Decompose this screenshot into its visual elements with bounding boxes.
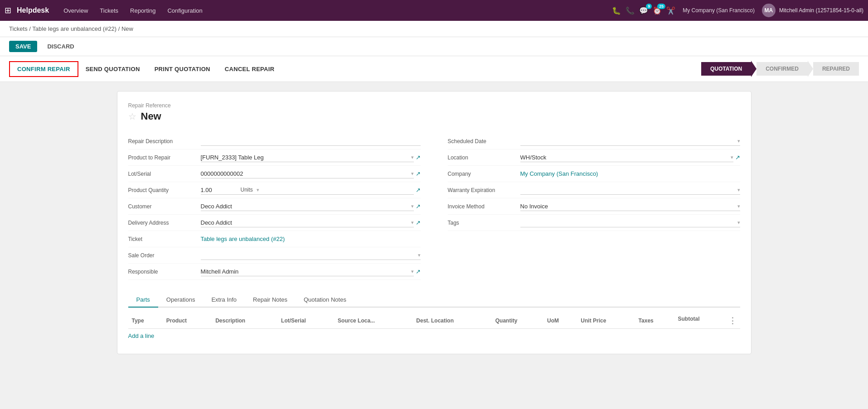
scheduled-date-input[interactable]	[520, 137, 736, 145]
delivery-address-input[interactable]	[201, 218, 409, 227]
form-row-tags: Tags ▾	[448, 215, 740, 231]
confirm-repair-button[interactable]: CONFIRM REPAIR	[9, 61, 78, 77]
label-delivery-address: Delivery Address	[128, 220, 201, 226]
form-left-column: Repair Description Product to Repair ▾ ↗	[128, 133, 421, 280]
input-tags[interactable]: ▾	[520, 218, 740, 227]
form-row-invoice-method: Invoice Method ▾	[448, 198, 740, 215]
product-to-repair-dropdown-icon: ▾	[411, 154, 414, 160]
tab-quotation-notes[interactable]: Quotation Notes	[296, 293, 354, 308]
nav-configuration[interactable]: Configuration	[163, 5, 207, 16]
input-product-quantity[interactable]: Units ▾	[201, 186, 414, 195]
print-quotation-button[interactable]: PRINT QUOTATION	[147, 62, 218, 76]
label-company: Company	[448, 171, 520, 177]
quantity-external-link[interactable]: ↗	[416, 187, 421, 193]
scheduled-date-dropdown-icon: ▾	[737, 138, 740, 144]
form-grid: Repair Description Product to Repair ▾ ↗	[128, 133, 740, 280]
label-responsible: Responsible	[128, 269, 201, 275]
responsible-external-link[interactable]: ↗	[416, 268, 421, 275]
pipeline-arrow-1	[751, 61, 756, 77]
tab-repair-notes[interactable]: Repair Notes	[245, 293, 296, 308]
scissors-icon[interactable]: ✂️	[666, 6, 675, 15]
star-icon[interactable]: ☆	[128, 111, 136, 122]
lot-serial-external-link[interactable]: ↗	[416, 170, 421, 177]
input-sale-order[interactable]: ▾	[201, 251, 421, 260]
input-scheduled-date[interactable]: ▾	[520, 137, 740, 146]
sale-order-input[interactable]	[201, 251, 416, 260]
col-unit-price: Unit Price	[577, 313, 635, 329]
product-quantity-input[interactable]	[201, 186, 237, 194]
customer-external-link[interactable]: ↗	[416, 203, 421, 210]
status-pipeline: QUOTATION CONFIRMED REPAIRED	[701, 61, 859, 77]
table-menu-icon[interactable]: ⋮	[728, 316, 737, 326]
tags-dropdown-icon: ▾	[737, 220, 740, 226]
breadcrumb: Tickets / Table legs are unbalanced (#22…	[0, 21, 868, 37]
save-button[interactable]: SAVE	[9, 41, 37, 52]
product-to-repair-input[interactable]	[201, 153, 409, 162]
repair-ref-label: Repair Reference	[128, 102, 740, 109]
input-lot-serial[interactable]: ▾	[201, 169, 414, 178]
nav-tickets[interactable]: Tickets	[95, 5, 123, 16]
ticket-link[interactable]: Table legs are unbalanced (#22)	[201, 236, 285, 242]
add-line-button[interactable]: Add a line	[128, 329, 155, 343]
input-responsible[interactable]: ▾	[201, 267, 414, 276]
input-delivery-address[interactable]: ▾	[201, 218, 414, 227]
phone-icon[interactable]: 📞	[626, 6, 635, 15]
company-link[interactable]: My Company (San Francisco)	[520, 170, 598, 177]
pipeline-step-repaired[interactable]: REPAIRED	[813, 62, 859, 76]
cancel-repair-button[interactable]: CANCEL REPAIR	[218, 62, 282, 76]
col-uom: UoM	[543, 313, 577, 329]
debug-icon[interactable]: 🐛	[612, 6, 621, 15]
label-ticket: Ticket	[128, 236, 201, 242]
breadcrumb-current: New	[121, 25, 133, 32]
send-quotation-button[interactable]: SEND QUOTATION	[78, 62, 147, 76]
form-row-warranty-expiration: Warranty Expiration ▾	[448, 182, 740, 198]
label-product-quantity: Product Quantity	[128, 187, 201, 193]
form-row-ticket: Ticket Table legs are unbalanced (#22)	[128, 231, 421, 247]
warranty-expiration-input[interactable]	[520, 186, 736, 194]
product-to-repair-external-link[interactable]: ↗	[416, 154, 421, 161]
form-row-product-quantity: Product Quantity Units ▾ ↗	[128, 182, 421, 198]
tab-operations[interactable]: Operations	[158, 293, 204, 308]
lot-serial-input[interactable]	[201, 169, 409, 178]
col-source-location: Source Loca...	[334, 313, 412, 329]
invoice-method-input[interactable]	[520, 202, 736, 211]
col-quantity: Quantity	[492, 313, 543, 329]
grid-icon[interactable]: ⊞	[5, 5, 11, 15]
tab-extra-info[interactable]: Extra Info	[203, 293, 245, 308]
location-external-link[interactable]: ↗	[735, 154, 740, 161]
label-repair-description: Repair Description	[128, 138, 201, 144]
breadcrumb-tickets[interactable]: Tickets	[9, 25, 28, 32]
responsible-input[interactable]	[201, 267, 409, 276]
discard-button[interactable]: DISCARD	[41, 41, 80, 52]
input-product-to-repair[interactable]: ▾	[201, 153, 414, 162]
delivery-address-external-link[interactable]: ↗	[416, 219, 421, 226]
col-taxes: Taxes	[635, 313, 674, 329]
pipeline-step-quotation[interactable]: QUOTATION	[701, 62, 751, 76]
pipeline-step-confirmed[interactable]: CONFIRMED	[756, 62, 808, 76]
tab-parts[interactable]: Parts	[128, 293, 158, 308]
repair-description-input[interactable]	[201, 137, 421, 145]
clock-icon[interactable]: ⏰ 25	[653, 6, 662, 15]
repair-action-bar: CONFIRM REPAIR SEND QUOTATION PRINT QUOT…	[0, 56, 868, 82]
nav-overview[interactable]: Overview	[59, 5, 92, 16]
sale-order-dropdown-icon: ▾	[418, 252, 421, 258]
form-row-company: Company My Company (San Francisco)	[448, 166, 740, 182]
responsible-dropdown-icon: ▾	[411, 269, 414, 274]
location-input[interactable]	[520, 153, 729, 162]
input-warranty-expiration[interactable]: ▾	[520, 186, 740, 195]
input-location[interactable]: ▾	[520, 153, 733, 162]
user-menu[interactable]: MA Mitchell Admin (12571854-15-0-all)	[762, 4, 863, 17]
topnav: ⊞ Helpdesk Overview Tickets Reporting Co…	[0, 0, 868, 21]
tags-input[interactable]	[520, 218, 736, 227]
customer-input[interactable]	[201, 202, 409, 211]
nav-reporting[interactable]: Reporting	[126, 5, 160, 16]
chat-icon[interactable]: 💬 9	[639, 6, 648, 15]
input-customer[interactable]: ▾	[201, 202, 414, 211]
invoice-method-dropdown-icon: ▾	[737, 203, 740, 209]
form-right-column: Scheduled Date ▾ Location ▾ ↗	[448, 133, 740, 280]
form-row-product-to-repair: Product to Repair ▾ ↗	[128, 149, 421, 166]
breadcrumb-ticket-title[interactable]: Table legs are unbalanced (#22)	[32, 25, 116, 32]
input-repair-description[interactable]	[201, 137, 421, 146]
input-invoice-method[interactable]: ▾	[520, 202, 740, 211]
repair-ref-value: ☆ New	[128, 111, 740, 122]
